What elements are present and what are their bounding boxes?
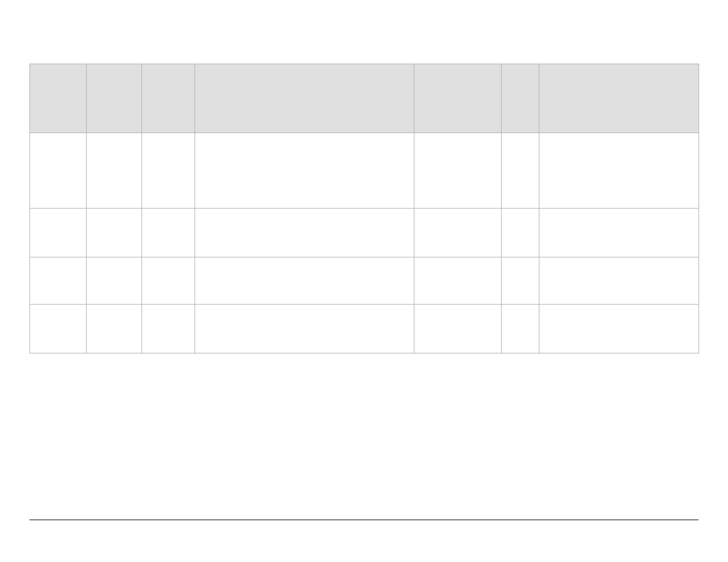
header-cell: [414, 64, 502, 133]
table-cell: [502, 257, 539, 305]
header-cell: [142, 64, 195, 133]
header-cell: [30, 64, 87, 133]
table-row: [30, 209, 699, 257]
table-cell: [502, 305, 539, 353]
table-cell: [87, 133, 142, 209]
table-cell: [142, 209, 195, 257]
table-cell: [414, 133, 502, 209]
table-cell: [502, 133, 539, 209]
table-cell: [195, 257, 414, 305]
table-cell: [539, 305, 699, 353]
table-cell: [30, 209, 87, 257]
table-cell: [195, 305, 414, 353]
header-cell: [539, 64, 699, 133]
table-cell: [414, 257, 502, 305]
footer-divider: [29, 520, 699, 520]
table-cell: [539, 257, 699, 305]
table-cell: [30, 133, 87, 209]
table-cell: [414, 305, 502, 353]
table-row: [30, 133, 699, 209]
table-cell: [539, 209, 699, 257]
table-cell: [502, 209, 539, 257]
table-cell: [539, 133, 699, 209]
table-header-row: [30, 64, 699, 133]
table-row: [30, 257, 699, 305]
table-container: [29, 64, 699, 353]
table-cell: [30, 305, 87, 353]
table-cell: [87, 305, 142, 353]
table-cell: [142, 305, 195, 353]
data-table: [29, 64, 699, 353]
table-cell: [414, 209, 502, 257]
table-cell: [142, 133, 195, 209]
table-cell: [195, 209, 414, 257]
table-row: [30, 305, 699, 353]
table-cell: [30, 257, 87, 305]
table-cell: [87, 257, 142, 305]
table-cell: [87, 209, 142, 257]
table-cell: [142, 257, 195, 305]
header-cell: [87, 64, 142, 133]
header-cell: [502, 64, 539, 133]
header-cell: [195, 64, 414, 133]
table-cell: [195, 133, 414, 209]
